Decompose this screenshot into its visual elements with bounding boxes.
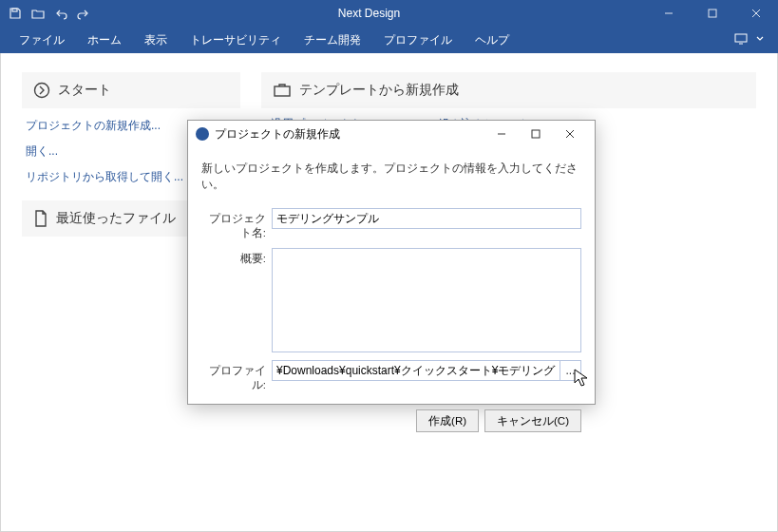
titlebar: Next Design bbox=[0, 0, 778, 27]
create-button[interactable]: 作成(R) bbox=[416, 409, 479, 432]
arrow-right-circle-icon bbox=[33, 82, 50, 99]
templates-panel-header: テンプレートから新規作成 bbox=[261, 72, 756, 108]
briefcase-icon bbox=[273, 83, 292, 98]
label-project-name: プロジェクト名: bbox=[201, 208, 266, 240]
label-profile: プロファイル: bbox=[201, 360, 266, 392]
summary-input[interactable] bbox=[272, 248, 581, 352]
menu-team[interactable]: チーム開発 bbox=[293, 27, 372, 53]
cancel-button[interactable]: キャンセル(C) bbox=[484, 409, 581, 432]
label-summary: 概要: bbox=[201, 248, 266, 266]
dialog-close-button[interactable] bbox=[553, 121, 587, 147]
menu-file[interactable]: ファイル bbox=[8, 27, 76, 53]
menu-traceability[interactable]: トレーサビリティ bbox=[179, 27, 293, 53]
profile-browse-button[interactable]: ... bbox=[560, 360, 581, 381]
open-icon[interactable] bbox=[30, 6, 46, 21]
chevron-down-icon[interactable] bbox=[755, 33, 765, 47]
svg-rect-2 bbox=[709, 10, 716, 17]
app-icon bbox=[196, 127, 209, 141]
start-panel-header: スタート bbox=[22, 72, 240, 108]
menu-home[interactable]: ホーム bbox=[76, 27, 133, 53]
menu-view[interactable]: 表示 bbox=[133, 27, 179, 53]
start-header: スタート bbox=[58, 82, 111, 99]
svg-rect-0 bbox=[12, 9, 17, 11]
maximize-button[interactable] bbox=[691, 0, 734, 27]
quick-access bbox=[0, 6, 91, 21]
dialog-minimize-button[interactable] bbox=[484, 121, 519, 147]
recent-files-header: 最近使ったファイル bbox=[56, 210, 176, 227]
svg-rect-5 bbox=[735, 34, 747, 42]
dialog-description: 新しいプロジェクトを作成します。プロジェクトの情報を入力してください。 bbox=[201, 161, 581, 193]
window-controls bbox=[647, 0, 778, 27]
save-icon[interactable] bbox=[8, 6, 23, 21]
redo-icon[interactable] bbox=[76, 6, 91, 21]
templates-header: テンプレートから新規作成 bbox=[299, 82, 459, 99]
close-button[interactable] bbox=[734, 0, 778, 27]
file-icon bbox=[33, 210, 48, 227]
minimize-button[interactable] bbox=[647, 0, 691, 27]
dialog-title: プロジェクトの新規作成 bbox=[215, 126, 484, 142]
new-project-dialog: プロジェクトの新規作成 新しいプロジェクトを作成します。プロジェクトの情報を入力… bbox=[187, 120, 596, 405]
dialog-maximize-button[interactable] bbox=[519, 121, 553, 147]
menu-profile[interactable]: プロファイル bbox=[372, 27, 464, 53]
undo-icon[interactable] bbox=[53, 6, 68, 21]
monitor-icon[interactable] bbox=[734, 33, 748, 48]
app-title: Next Design bbox=[91, 7, 647, 20]
svg-rect-8 bbox=[275, 86, 290, 96]
svg-rect-10 bbox=[532, 130, 540, 138]
svg-point-7 bbox=[35, 84, 49, 98]
menu-help[interactable]: ヘルプ bbox=[464, 27, 521, 53]
project-name-input[interactable] bbox=[272, 208, 581, 229]
menubar: ファイル ホーム 表示 トレーサビリティ チーム開発 プロファイル ヘルプ bbox=[0, 27, 778, 53]
dialog-titlebar: プロジェクトの新規作成 bbox=[188, 121, 595, 147]
profile-path-input[interactable] bbox=[272, 360, 560, 381]
